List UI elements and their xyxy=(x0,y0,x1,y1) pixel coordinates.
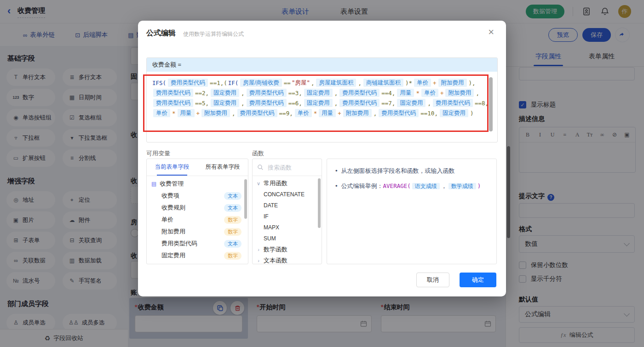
field-chip: 固定费用 xyxy=(211,99,239,107)
field-chip: 固定费用 xyxy=(304,89,333,97)
formula-token: ==5, xyxy=(195,100,209,107)
field-chip: 费用类型代码 xyxy=(168,79,208,87)
formula-token: ==1,( xyxy=(210,80,227,86)
function-item[interactable]: MAPX xyxy=(253,222,322,233)
variable-name: 收费规则 xyxy=(161,204,185,212)
tip-line: • 从左侧面板选择字段名和函数，或输入函数 xyxy=(335,166,488,176)
function-item[interactable]: SUM xyxy=(253,233,322,244)
chevron-right-icon: › xyxy=(256,247,261,252)
variable-name: 费用类型代码 xyxy=(161,239,197,248)
variable-row[interactable]: 费用类型代码文本 xyxy=(147,238,248,250)
variable-row[interactable]: 收费规则文本 xyxy=(147,202,248,214)
functions-label: 函数 xyxy=(252,149,264,158)
formula-target: 收费金额 = xyxy=(147,58,497,72)
variables-panel: 当前表单字段 所有表单字段 ▤收费管理收费项文本收费规则文本单价数字附加费用数字… xyxy=(146,159,248,264)
formula-token: , xyxy=(232,110,236,117)
formula-line: 费用类型代码==2,固定费用,费用类型代码==3,固定费用,费用类型代码==4,… xyxy=(152,88,492,98)
example-chip: 数学成绩 xyxy=(448,183,476,189)
field-chip: 单价 xyxy=(295,109,312,117)
formula-token: , xyxy=(427,100,431,107)
formula-token: == xyxy=(284,80,291,86)
variable-row[interactable]: 附加费用数字 xyxy=(147,226,248,238)
chevron-down-icon: ∨ xyxy=(256,181,261,187)
field-chip: 固定费用 xyxy=(397,99,426,107)
formula-token: ) xyxy=(470,110,474,117)
function-group-name: 文本函数 xyxy=(264,256,288,264)
field-chip: 固定费用 xyxy=(440,109,468,117)
formula-token: , xyxy=(476,90,479,97)
tip-example-line: • 公式编辑举例：AVERAGE(语文成绩，数学成绩) xyxy=(335,182,488,191)
formula-input-area[interactable]: IFS(费用类型代码==1,(IF(房屋/商铺收费=="房屋",房屋建筑面积,商… xyxy=(147,72,497,142)
variable-name: 固定费用 xyxy=(161,251,185,260)
field-chip: 费用类型代码 xyxy=(153,99,193,107)
formula-token: + xyxy=(440,90,444,97)
confirm-button[interactable]: 确定 xyxy=(460,273,496,287)
formula-editor: 收费金额 = IFS(费用类型代码==1,(IF(房屋/商铺收费=="房屋",房… xyxy=(146,57,498,142)
variables-scrollbar[interactable] xyxy=(244,179,247,219)
function-group[interactable]: ›数学函数 xyxy=(253,244,322,255)
field-chip: 费用类型代码 xyxy=(433,99,473,107)
type-badge: 数字 xyxy=(224,252,242,260)
tab-all-form-fields[interactable]: 所有表单字段 xyxy=(197,159,248,176)
formula-token: ==6, xyxy=(288,100,302,107)
function-search-input[interactable] xyxy=(267,164,315,171)
formula-token: , xyxy=(241,100,245,107)
field-chip: 房屋/商铺收费 xyxy=(240,79,282,87)
formula-token: )* xyxy=(405,80,412,86)
formula-token: IFS( xyxy=(152,80,166,86)
function-group[interactable]: ∨常用函数 xyxy=(253,178,322,189)
variable-name: 用量 xyxy=(161,263,173,264)
search-icon xyxy=(257,164,264,171)
variable-row[interactable]: 收费项文本 xyxy=(147,190,248,202)
form-icon: ▤ xyxy=(151,181,156,187)
variables-label: 可用变量 xyxy=(146,149,170,158)
function-group[interactable]: ›文本函数 xyxy=(253,255,322,264)
functions-scrollbar[interactable] xyxy=(318,178,321,228)
field-chip: 用量 xyxy=(178,109,195,117)
variable-row[interactable]: 固定费用数字 xyxy=(147,250,248,262)
form-name: 收费管理 xyxy=(160,180,184,188)
function-item[interactable]: IF xyxy=(253,211,322,222)
variable-row[interactable]: 用量数字 xyxy=(147,262,248,264)
formula-token: * xyxy=(314,110,317,117)
field-chip: 商铺建筑面积 xyxy=(363,79,403,87)
modal-subtitle: 使用数学运算符编辑公式 xyxy=(183,30,244,38)
formula-line: 单价*用量+附加费用,费用类型代码==9,单价*用量+附加费用,费用类型代码==… xyxy=(152,108,492,118)
field-chip: 费用类型代码 xyxy=(339,89,380,97)
formula-token: ==4, xyxy=(381,90,395,97)
tab-current-form-fields[interactable]: 当前表单字段 xyxy=(147,159,197,176)
formula-token: , xyxy=(334,100,338,107)
formula-token: , xyxy=(358,80,362,86)
type-badge: 数字 xyxy=(224,264,242,265)
type-badge: 文本 xyxy=(224,192,242,200)
formula-token: , xyxy=(311,80,315,86)
formula-token: IF( xyxy=(228,80,239,86)
editor-scrollbar[interactable] xyxy=(489,77,493,131)
variable-row[interactable]: 单价数字 xyxy=(147,214,248,226)
type-badge: 数字 xyxy=(224,216,242,224)
field-chip: 费用类型代码 xyxy=(379,109,419,117)
example-function: AVERAGE( xyxy=(383,182,411,189)
cancel-button[interactable]: 取消 xyxy=(416,273,449,287)
field-chip: 费用类型代码 xyxy=(153,89,193,97)
field-chip: 附加费用 xyxy=(343,109,372,117)
formula-token: * xyxy=(416,90,420,97)
formula-token: ), xyxy=(469,80,476,86)
function-item[interactable]: DATE xyxy=(253,200,322,211)
formula-token: , xyxy=(374,110,377,117)
function-item[interactable]: CONCATENATE xyxy=(253,189,322,200)
variables-tabs: 当前表单字段 所有表单字段 xyxy=(147,159,248,176)
formula-token: ==7, xyxy=(381,100,395,107)
variable-name: 收费项 xyxy=(161,192,179,200)
close-icon[interactable]: × xyxy=(488,27,494,37)
variables-form-root[interactable]: ▤收费管理 xyxy=(147,178,248,190)
formula-line: 费用类型代码==5,固定费用,费用类型代码==6,固定费用,费用类型代码==7,… xyxy=(152,98,492,108)
formula-token: + xyxy=(433,80,437,86)
formula-token: , xyxy=(334,90,338,97)
field-chip: 固定费用 xyxy=(304,99,333,107)
field-chip: 单价 xyxy=(421,89,438,97)
type-badge: 文本 xyxy=(224,204,242,212)
formula-token: ==9, xyxy=(279,110,293,117)
field-chip: 附加费用 xyxy=(445,89,474,97)
formula-token: * xyxy=(172,110,176,117)
